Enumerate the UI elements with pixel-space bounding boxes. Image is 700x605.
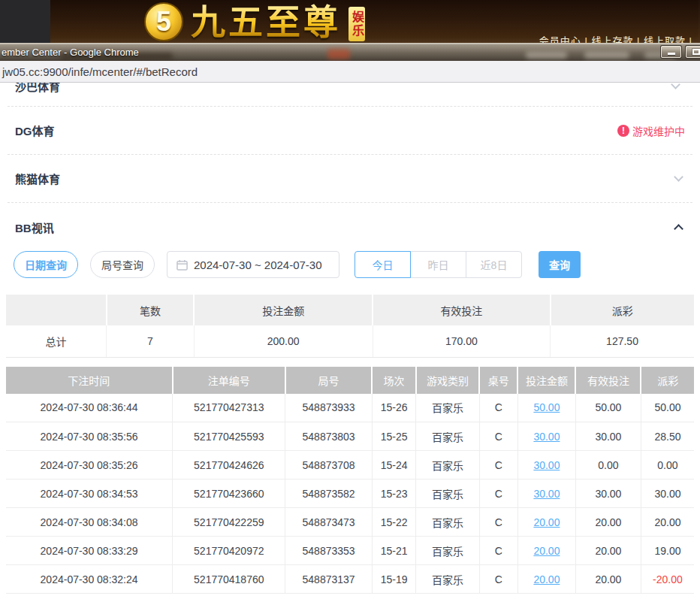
game-accordion: 沙巴体育 DG体育 ! 游戏维护中 熊猫体育 BB视讯 xyxy=(6,83,694,251)
header-bet-time: 下注时间 xyxy=(6,367,173,394)
session-cell: 15-24 xyxy=(372,451,416,479)
minimize-icon xyxy=(668,53,675,55)
valid-bet-cell: 50.00 xyxy=(575,394,641,422)
bet-table-body: 2024-07-30 08:36:44521770427313548873933… xyxy=(6,394,694,594)
game-type-cell: 百家乐 xyxy=(416,394,479,422)
payout-cell: 30.00 xyxy=(641,479,694,508)
date-range-value: 2024-07-30 ~ 2024-07-30 xyxy=(194,259,322,271)
accordion-label: BB视讯 xyxy=(15,219,54,235)
exclamation-icon: ! xyxy=(617,125,629,137)
payout-cell: 50.00 xyxy=(641,394,694,422)
round-id-cell: 548873582 xyxy=(285,479,372,508)
summary-table: 笔数 投注金额 有效投注 派彩 总计 7 200.00 170.00 127.5… xyxy=(6,295,694,358)
site-header: 5 九五至尊 娱乐 会员中心 | 线上存款 | 线上取款 | xyxy=(0,0,700,43)
valid-bet-cell: 20.00 xyxy=(575,537,641,565)
header-valid-bet: 有效投注 xyxy=(575,367,641,394)
round-id-cell: 548873933 xyxy=(285,394,372,422)
payout-cell: -20.00 xyxy=(641,565,694,594)
bet-amount-cell: 30.00 xyxy=(517,479,575,508)
bet-id-cell: 521770424626 xyxy=(173,451,285,479)
date-range-input[interactable]: 2024-07-30 ~ 2024-07-30 xyxy=(167,251,339,278)
chevron-up-icon xyxy=(674,224,683,234)
last-8-days-button[interactable]: 近8日 xyxy=(466,251,522,278)
summary-header-cell: 有效投注 xyxy=(373,295,550,325)
bet-amount-cell: 20.00 xyxy=(517,537,575,565)
bet-amount-link[interactable]: 30.00 xyxy=(533,431,560,443)
round-query-button[interactable]: 局号查询 xyxy=(90,251,155,278)
table-row: 2024-07-30 08:35:26521770424626548873708… xyxy=(6,451,694,479)
table-row: 2024-07-30 08:36:44521770427313548873933… xyxy=(6,394,694,422)
search-button[interactable]: 查询 xyxy=(539,251,581,278)
table-code-cell: C xyxy=(479,394,517,422)
quick-range-group: 今日 昨日 近8日 xyxy=(355,251,522,278)
payout-cell: 0.00 xyxy=(641,451,694,479)
round-id-cell: 548873137 xyxy=(285,565,372,594)
today-button[interactable]: 今日 xyxy=(355,251,411,278)
bet-id-cell: 521770418760 xyxy=(173,565,285,594)
accordion-item-dg[interactable]: DG体育 ! 游戏维护中 xyxy=(8,107,692,155)
bet-amount-link[interactable]: 20.00 xyxy=(533,545,560,557)
header-round-id: 局号 xyxy=(285,367,372,394)
payout-cell: 19.00 xyxy=(641,537,694,565)
accordion-label: 熊猫体育 xyxy=(15,171,60,186)
minimize-button[interactable] xyxy=(661,46,681,58)
bet-time-cell: 2024-07-30 08:32:24 xyxy=(6,565,173,594)
header-bet-id: 注单编号 xyxy=(173,367,285,394)
address-bar[interactable]: jw05.cc:9900/infe/mcenter/#/betRecord xyxy=(0,61,700,83)
accordion-item-panda[interactable]: 熊猫体育 xyxy=(8,155,692,203)
summary-header-cell: 笔数 xyxy=(107,295,194,325)
round-id-cell: 548873708 xyxy=(285,451,372,479)
accordion-item-bb[interactable]: BB视讯 xyxy=(8,203,692,251)
summary-total-row: 总计 7 200.00 170.00 127.50 xyxy=(6,325,694,357)
session-cell: 15-22 xyxy=(372,508,416,537)
bet-time-cell: 2024-07-30 08:35:56 xyxy=(6,422,173,451)
accordion-item-shaba[interactable]: 沙巴体育 xyxy=(8,83,692,107)
table-row: 2024-07-30 08:35:56521770425593548873803… xyxy=(6,422,694,451)
bet-amount-cell: 20.00 xyxy=(517,565,575,594)
header-nav-links[interactable]: 会员中心 | 线上存款 | 线上取款 | xyxy=(539,33,692,43)
window-titlebar: ember Center - Google Chrome xyxy=(0,43,700,61)
calendar-icon xyxy=(177,259,188,271)
bet-amount-link[interactable]: 50.00 xyxy=(533,401,560,413)
bet-amount-link[interactable]: 30.00 xyxy=(533,459,560,471)
address-url[interactable]: jw05.cc:9900/infe/mcenter/#/betRecord xyxy=(0,65,198,78)
summary-payout: 127.50 xyxy=(551,325,694,357)
header-bet-amount: 投注金额 xyxy=(517,367,575,394)
session-cell: 15-19 xyxy=(372,565,416,594)
titlebar-glass-blur xyxy=(526,52,567,59)
table-code-cell: C xyxy=(479,565,517,594)
bet-record-table: 下注时间 注单编号 局号 场次 游戏类别 桌号 投注金额 有效投注 派彩 202… xyxy=(6,367,694,594)
payout-cell: 20.00 xyxy=(641,508,694,537)
header-left-panel xyxy=(0,0,50,43)
logo-title: 九五至尊 xyxy=(191,2,341,41)
table-code-cell: C xyxy=(479,479,517,508)
maximize-icon xyxy=(692,49,700,55)
table-code-cell: C xyxy=(479,422,517,451)
site-logo: 5 九五至尊 娱乐 xyxy=(144,2,365,41)
summary-header-cell xyxy=(6,295,107,325)
game-type-cell: 百家乐 xyxy=(416,508,479,537)
bet-amount-link[interactable]: 30.00 xyxy=(533,488,560,500)
game-type-cell: 百家乐 xyxy=(416,479,479,508)
maximize-button[interactable] xyxy=(686,46,700,58)
accordion-label: DG体育 xyxy=(15,123,55,138)
table-code-cell: C xyxy=(479,537,517,565)
page-content: 沙巴体育 DG体育 ! 游戏维护中 熊猫体育 BB视讯 日期查询 局号查询 xyxy=(0,83,700,605)
yesterday-button[interactable]: 昨日 xyxy=(410,251,466,278)
titlebar-glass-blur xyxy=(327,49,350,59)
payout-cell: 28.50 xyxy=(641,422,694,451)
bet-id-cell: 521770427313 xyxy=(173,394,285,422)
bet-amount-link[interactable]: 20.00 xyxy=(533,516,560,528)
bet-id-cell: 521770420972 xyxy=(173,537,285,565)
bet-amount-cell: 20.00 xyxy=(517,508,575,537)
logo-entertainment-badge: 娱乐 xyxy=(348,7,365,41)
bet-amount-link[interactable]: 20.00 xyxy=(533,573,560,585)
maintenance-text: 游戏维护中 xyxy=(632,123,685,138)
round-id-cell: 548873473 xyxy=(285,508,372,537)
bet-id-cell: 521770425593 xyxy=(173,422,285,451)
date-query-button[interactable]: 日期查询 xyxy=(14,251,78,278)
table-row: 2024-07-30 08:34:53521770423660548873582… xyxy=(6,479,694,508)
bet-amount-cell: 50.00 xyxy=(517,394,575,422)
round-id-cell: 548873353 xyxy=(285,537,372,565)
valid-bet-cell: 0.00 xyxy=(575,451,641,479)
